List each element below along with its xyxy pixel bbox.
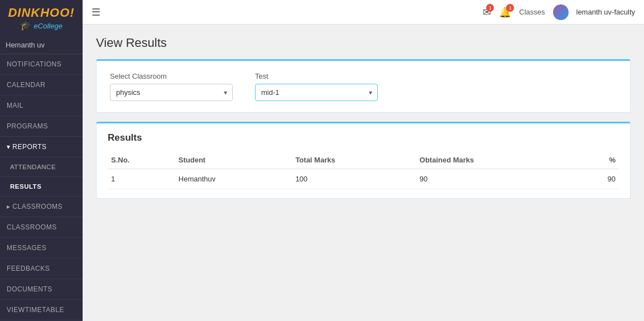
sidebar-user: Hemanth uv xyxy=(0,36,83,54)
sidebar-item-classrooms[interactable]: CLASSROOMS xyxy=(0,217,83,238)
bell-badge: 1 xyxy=(506,4,514,12)
sidebar-item-reports[interactable]: ▾ REPORTS xyxy=(0,137,83,157)
logo: DINKHOO! 🎓 eCollege xyxy=(0,0,83,36)
sidebar-item-mail[interactable]: MAIL xyxy=(0,95,83,116)
sidebar-item-attendance[interactable]: ATTENDANCE xyxy=(0,157,83,177)
sidebar-item-feedbacks[interactable]: FEEDBACKS xyxy=(0,258,83,279)
sidebar-item-results[interactable]: RESULTS xyxy=(0,177,83,197)
results-card: Results S.No. Student Total Marks Obtain… xyxy=(96,122,631,199)
topbar-right: ✉ 1 🔔 1 Classes lemanth uv-faculty xyxy=(483,4,635,20)
test-filter-group: Test mid-1 mid-2 final ▾ xyxy=(255,72,378,101)
sidebar-item-notifications[interactable]: NOTIFICATIONS xyxy=(0,54,83,75)
classroom-select-wrapper: physics chemistry mathematics ▾ xyxy=(110,84,233,101)
sidebar: DINKHOO! 🎓 eCollege Hemanth uv NOTIFICAT… xyxy=(0,0,83,321)
filter-card: Select Classroom physics chemistry mathe… xyxy=(96,59,631,113)
col-percent: % xyxy=(579,151,619,169)
avatar xyxy=(553,4,569,20)
cell-percent: 90 xyxy=(579,169,619,189)
classes-button[interactable]: Classes xyxy=(519,8,545,16)
table-header-row: S.No. Student Total Marks Obtained Marks… xyxy=(108,151,619,169)
sidebar-item-viewtimetable[interactable]: ViewTimeTable xyxy=(0,300,83,320)
mail-button[interactable]: ✉ 1 xyxy=(483,6,491,18)
sidebar-item-programs[interactable]: PROGRAMS xyxy=(0,116,83,137)
logo-top: DINKHOO! xyxy=(4,6,78,20)
page-title: View Results xyxy=(96,36,631,50)
mail-badge: 1 xyxy=(486,4,494,12)
classroom-label: Select Classroom xyxy=(110,72,233,80)
topbar-username: lemanth uv-faculty xyxy=(576,8,636,16)
content: View Results Select Classroom physics ch… xyxy=(83,25,644,321)
cell-total-marks: 100 xyxy=(292,169,416,189)
test-label: Test xyxy=(255,72,378,80)
cell-sno: 1 xyxy=(108,169,175,189)
col-obtained-marks: Obtained Marks xyxy=(416,151,580,169)
test-select-wrapper: mid-1 mid-2 final ▾ xyxy=(255,84,378,101)
logo-icon: 🎓 xyxy=(20,21,31,30)
bell-button[interactable]: 🔔 1 xyxy=(499,6,511,18)
cell-student: Hemanthuv xyxy=(175,169,292,189)
col-sno: S.No. xyxy=(108,151,175,169)
results-title: Results xyxy=(108,132,619,143)
logo-bottom: 🎓 eCollege xyxy=(4,20,78,31)
sidebar-item-documents[interactable]: DOCUMENTS xyxy=(0,279,83,300)
sidebar-item-classrooms-collapsed[interactable]: ▸ CLASSROOMS xyxy=(0,197,83,217)
test-select[interactable]: mid-1 mid-2 final xyxy=(255,84,378,101)
sidebar-item-calendar[interactable]: CALENDAR xyxy=(0,75,83,95)
classroom-filter-group: Select Classroom physics chemistry mathe… xyxy=(110,72,233,101)
results-table: S.No. Student Total Marks Obtained Marks… xyxy=(108,151,619,189)
main-area: ☰ ✉ 1 🔔 1 Classes lemanth uv-faculty Vie… xyxy=(83,0,644,321)
col-total-marks: Total Marks xyxy=(292,151,416,169)
sidebar-item-messages[interactable]: MESSAGES xyxy=(0,238,83,258)
hamburger-icon[interactable]: ☰ xyxy=(92,6,100,18)
col-student: Student xyxy=(175,151,292,169)
table-row: 1 Hemanthuv 100 90 90 xyxy=(108,169,619,189)
cell-obtained-marks: 90 xyxy=(416,169,580,189)
logo-bottom-text: eCollege xyxy=(34,22,63,30)
classroom-select[interactable]: physics chemistry mathematics xyxy=(110,84,233,101)
topbar: ☰ ✉ 1 🔔 1 Classes lemanth uv-faculty xyxy=(83,0,644,25)
